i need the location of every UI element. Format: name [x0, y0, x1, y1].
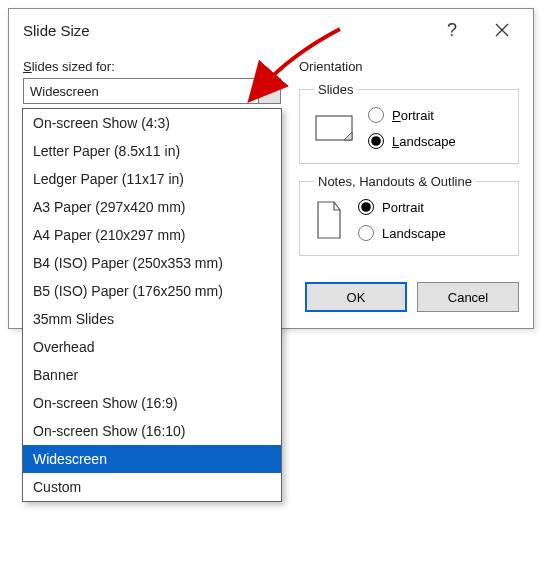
dropdown-item[interactable]: Widescreen	[23, 445, 281, 473]
dropdown-item[interactable]: On-screen Show (16:10)	[23, 417, 281, 445]
dropdown-item[interactable]: B4 (ISO) Paper (250x353 mm)	[23, 249, 281, 277]
dropdown-item[interactable]: On-screen Show (4:3)	[23, 109, 281, 137]
help-icon: ?	[447, 20, 457, 41]
dropdown-item[interactable]: Custom	[23, 473, 281, 501]
help-button[interactable]: ?	[427, 11, 477, 49]
combo-value: Widescreen	[24, 79, 258, 103]
chevron-down-icon	[265, 88, 275, 94]
titlebar: Slide Size ?	[9, 9, 533, 51]
slide-landscape-icon	[314, 112, 354, 144]
combo-dropdown-button[interactable]	[258, 79, 280, 103]
slides-sized-for-label: Slides sized for:	[23, 59, 281, 74]
slides-legend: Slides	[314, 82, 357, 97]
dropdown-item[interactable]: Ledger Paper (11x17 in)	[23, 165, 281, 193]
dropdown-item[interactable]: 35mm Slides	[23, 305, 281, 333]
notes-orientation-group: Notes, Handouts & Outline Portrait	[299, 174, 519, 256]
notes-landscape-radio[interactable]: Landscape	[358, 225, 446, 241]
close-icon	[494, 22, 510, 38]
dropdown-item[interactable]: A3 Paper (297x420 mm)	[23, 193, 281, 221]
dropdown-item[interactable]: Letter Paper (8.5x11 in)	[23, 137, 281, 165]
slides-sized-for-dropdown[interactable]: On-screen Show (4:3)Letter Paper (8.5x11…	[22, 108, 282, 502]
ok-button[interactable]: OK	[305, 282, 407, 312]
svg-rect-2	[316, 116, 352, 140]
slides-orientation-group: Slides Portrait Landscape	[299, 82, 519, 164]
dropdown-item[interactable]: B5 (ISO) Paper (176x250 mm)	[23, 277, 281, 305]
notes-portrait-radio[interactable]: Portrait	[358, 199, 446, 215]
notes-legend: Notes, Handouts & Outline	[314, 174, 476, 189]
cancel-button[interactable]: Cancel	[417, 282, 519, 312]
dropdown-item[interactable]: Overhead	[23, 333, 281, 361]
dialog-title: Slide Size	[23, 22, 90, 39]
dropdown-item[interactable]: Banner	[23, 361, 281, 389]
slides-landscape-radio[interactable]: Landscape	[368, 133, 456, 149]
dropdown-item[interactable]: On-screen Show (16:9)	[23, 389, 281, 417]
slides-portrait-radio[interactable]: Portrait	[368, 107, 456, 123]
close-button[interactable]	[477, 11, 527, 49]
dropdown-item[interactable]: A4 Paper (210x297 mm)	[23, 221, 281, 249]
slides-sized-for-combo[interactable]: Widescreen	[23, 78, 281, 104]
svg-marker-3	[318, 202, 340, 238]
page-portrait-icon	[314, 200, 344, 240]
orientation-label: Orientation	[299, 59, 519, 74]
